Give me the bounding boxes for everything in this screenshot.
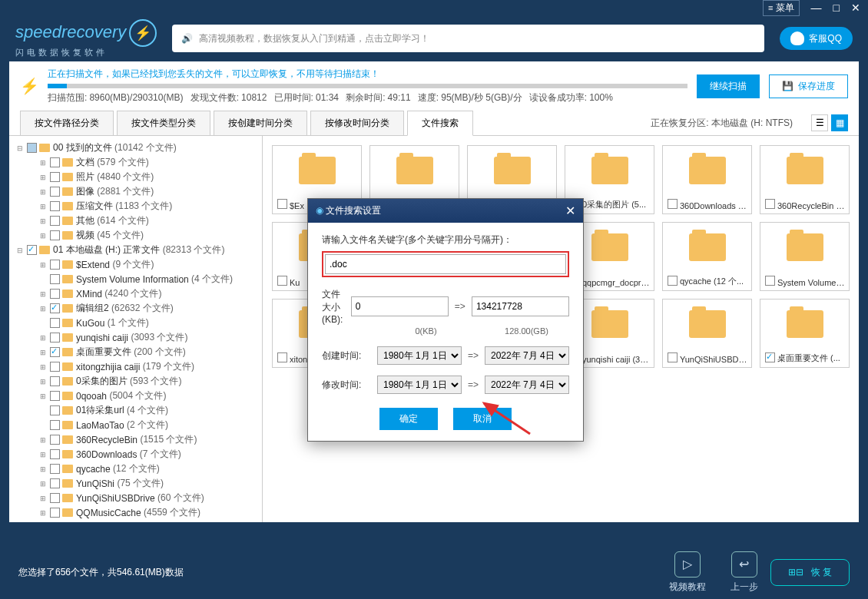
tree-node[interactable]: 01待采集url (4 个文件) bbox=[12, 403, 259, 418]
grid-item[interactable]: 360RecycleBin (1... bbox=[760, 145, 850, 214]
expand-icon[interactable]: ⊞ bbox=[38, 495, 48, 502]
checkbox[interactable] bbox=[50, 230, 60, 240]
save-progress-button[interactable]: 💾保存进度 bbox=[769, 74, 848, 98]
checkbox[interactable] bbox=[50, 260, 60, 270]
expand-icon[interactable]: ⊞ bbox=[38, 290, 48, 298]
tab-modify-time[interactable]: 按修改时间分类 bbox=[310, 111, 404, 135]
checkbox[interactable] bbox=[50, 333, 60, 343]
expand-icon[interactable]: ⊞ bbox=[38, 363, 48, 371]
tree-node[interactable]: ⊟01 本地磁盘 (H:) 正常文件 (82313 个文件) bbox=[12, 243, 259, 257]
tree-node[interactable]: ⊞桌面重要文件 (200 个文件) bbox=[12, 345, 259, 359]
list-view-button[interactable]: ☰ bbox=[811, 114, 828, 131]
expand-icon[interactable]: ⊞ bbox=[38, 392, 48, 400]
checkbox[interactable] bbox=[50, 289, 60, 299]
tree-node[interactable]: ⊞视频 (45 个文件) bbox=[12, 228, 259, 243]
tree-node[interactable]: ⊟00 找到的文件 (10142 个文件) bbox=[12, 141, 259, 155]
expand-icon[interactable]: ⊞ bbox=[38, 480, 48, 488]
tree-node[interactable]: ⊞编辑组2 (62632 个文件) bbox=[12, 301, 259, 316]
expand-icon[interactable]: ⊞ bbox=[38, 465, 48, 473]
tree-node[interactable]: ⊞360RecycleBin (1515 个文件) bbox=[12, 432, 259, 447]
checkbox[interactable] bbox=[50, 187, 60, 197]
checkbox[interactable] bbox=[765, 352, 775, 362]
grid-item[interactable]: System Volume In... bbox=[760, 222, 850, 291]
checkbox[interactable] bbox=[50, 405, 60, 415]
checkbox[interactable] bbox=[50, 435, 60, 445]
video-tutorial-button[interactable]: ▷视频教程 bbox=[669, 551, 706, 594]
tutorial-banner[interactable]: 🔊 高清视频教程，数据恢复从入门到精通，点击立即学习！ bbox=[172, 25, 765, 52]
tree-node[interactable]: ⊞0采集的图片 (593 个文件) bbox=[12, 374, 259, 389]
checkbox[interactable] bbox=[50, 201, 60, 211]
ok-button[interactable]: 确定 bbox=[379, 408, 438, 430]
tree-node[interactable]: ⊞360Downloads (7 个文件) bbox=[12, 447, 259, 462]
checkbox[interactable] bbox=[50, 216, 60, 226]
tree-node[interactable]: ⊞QQMusicCache (4559 个文件) bbox=[12, 505, 259, 520]
tree-node[interactable]: ⊞xitongzhijia caiji (179 个文件) bbox=[12, 359, 259, 374]
tree-node[interactable]: ⊞图像 (2881 个文件) bbox=[12, 184, 259, 199]
tree-node[interactable]: KuGou (1 个文件) bbox=[12, 316, 259, 330]
expand-icon[interactable]: ⊞ bbox=[38, 349, 48, 356]
expand-icon[interactable]: ⊞ bbox=[38, 159, 48, 167]
checkbox[interactable] bbox=[50, 391, 60, 401]
expand-icon[interactable]: ⊟ bbox=[15, 144, 25, 152]
customer-service-button[interactable]: 客服QQ bbox=[780, 27, 853, 50]
tree-node[interactable]: ⊞照片 (4840 个文件) bbox=[12, 170, 259, 184]
checkbox[interactable] bbox=[50, 508, 60, 518]
cancel-button[interactable]: 取消 bbox=[453, 408, 512, 430]
checkbox[interactable] bbox=[765, 199, 775, 209]
expand-icon[interactable]: ⊞ bbox=[38, 217, 48, 225]
expand-icon[interactable]: ⊞ bbox=[38, 334, 48, 342]
expand-icon[interactable]: ⊞ bbox=[38, 188, 48, 196]
dialog-close-button[interactable]: ✕ bbox=[565, 204, 575, 218]
expand-icon[interactable]: ⊞ bbox=[38, 451, 48, 458]
tree-node[interactable]: ⊞YunQiShi (75 个文件) bbox=[12, 476, 259, 491]
checkbox[interactable] bbox=[765, 276, 775, 286]
back-button[interactable]: ↩上一步 bbox=[731, 551, 758, 594]
modify-from-select[interactable]: 1980年 1月 1日 bbox=[377, 376, 462, 394]
checkbox[interactable] bbox=[27, 143, 37, 153]
checkbox[interactable] bbox=[668, 199, 678, 209]
expand-icon[interactable]: ⊞ bbox=[38, 305, 48, 313]
checkbox[interactable] bbox=[50, 157, 60, 167]
checkbox[interactable] bbox=[50, 493, 60, 503]
tree-node[interactable]: ⊞yunqishi caiji (3093 个文件) bbox=[12, 330, 259, 345]
tree-node[interactable]: ⊞qycache (12 个文件) bbox=[12, 462, 259, 476]
grid-item[interactable]: 桌面重要文件 (... bbox=[760, 299, 850, 368]
tree-node[interactable]: ⊞XMind (4240 个文件) bbox=[12, 286, 259, 301]
continue-scan-button[interactable]: 继续扫描 bbox=[697, 74, 760, 98]
checkbox[interactable] bbox=[50, 172, 60, 182]
tab-type[interactable]: 按文件类型分类 bbox=[117, 111, 210, 135]
tree-node[interactable]: ⊞压缩文件 (1183 个文件) bbox=[12, 199, 259, 213]
expand-icon[interactable]: ⊟ bbox=[15, 247, 25, 254]
expand-icon[interactable]: ⊞ bbox=[38, 378, 48, 386]
maximize-button[interactable]: □ bbox=[833, 2, 840, 14]
checkbox[interactable] bbox=[50, 274, 60, 284]
checkbox[interactable] bbox=[50, 318, 60, 328]
expand-icon[interactable]: ⊞ bbox=[38, 174, 48, 181]
close-button[interactable]: ✕ bbox=[851, 2, 860, 14]
create-from-select[interactable]: 1980年 1月 1日 bbox=[377, 346, 462, 365]
checkbox[interactable] bbox=[668, 276, 678, 286]
checkbox[interactable] bbox=[27, 245, 37, 255]
checkbox[interactable] bbox=[50, 347, 60, 357]
expand-icon[interactable]: ⊞ bbox=[38, 232, 48, 240]
checkbox[interactable] bbox=[50, 449, 60, 459]
tree-node[interactable]: ⊞0qooah (5004 个文件) bbox=[12, 389, 259, 403]
size-from-input[interactable] bbox=[351, 296, 449, 316]
tree-node[interactable]: System Volume Information (4 个文件) bbox=[12, 272, 259, 286]
modify-to-select[interactable]: 2022年 7月 4日 bbox=[485, 376, 569, 394]
grid-item[interactable]: 360Downloads (7... bbox=[662, 145, 752, 214]
checkbox[interactable] bbox=[50, 303, 60, 313]
tree-node[interactable]: ⊞其他 (614 个文件) bbox=[12, 213, 259, 228]
expand-icon[interactable]: ⊞ bbox=[38, 509, 48, 517]
tree-node[interactable]: ⊞qqpcmgr_docpro (107 个文件) bbox=[12, 520, 259, 522]
menu-button[interactable]: ≡ 菜单 bbox=[763, 0, 799, 16]
tree-node[interactable]: ⊞文档 (579 个文件) bbox=[12, 155, 259, 170]
tab-create-time[interactable]: 按创建时间分类 bbox=[214, 111, 307, 135]
expand-icon[interactable]: ⊞ bbox=[38, 203, 48, 210]
checkbox[interactable] bbox=[50, 362, 60, 372]
grid-view-button[interactable]: ▦ bbox=[831, 114, 848, 131]
checkbox[interactable] bbox=[50, 478, 60, 488]
checkbox[interactable] bbox=[50, 420, 60, 430]
checkbox[interactable] bbox=[668, 352, 678, 362]
tab-search[interactable]: 文件搜索 bbox=[407, 111, 473, 136]
